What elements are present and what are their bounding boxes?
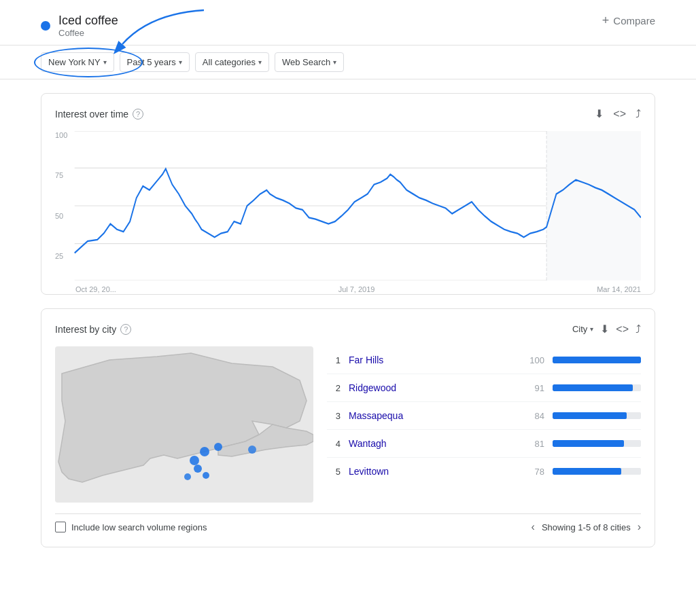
x-label-start: Oct 29, 20... xyxy=(75,285,116,293)
share-icon[interactable]: ⤴ xyxy=(636,108,641,120)
chevron-down-icon: ▾ xyxy=(103,58,107,66)
x-label-mid: Jul 7, 2019 xyxy=(338,285,375,293)
category-label: All categories xyxy=(203,57,256,67)
time-filter[interactable]: Past 5 years ▾ xyxy=(120,52,190,72)
city-bar xyxy=(553,384,633,391)
x-label-end: Mar 14, 2021 xyxy=(597,285,641,293)
city-bar xyxy=(553,468,621,475)
city-list: 1 Far Hills 100 2 Ridgewood 91 xyxy=(327,346,641,503)
city-name: Ridgewood xyxy=(349,382,517,393)
term-name: Iced coffee xyxy=(58,14,118,28)
svg-marker-8 xyxy=(58,353,307,482)
ny-map xyxy=(55,346,313,503)
embed-icon[interactable]: <> xyxy=(613,108,626,120)
compare-button[interactable]: + Compare xyxy=(602,14,655,28)
search-type-label: Web Search xyxy=(282,57,330,67)
compare-label: Compare xyxy=(613,15,655,26)
city-download-icon[interactable]: ⬇ xyxy=(600,323,609,336)
page-wrapper: Iced coffee Coffee + Compare New York NY… xyxy=(0,0,696,547)
city-dropdown[interactable]: City ▾ xyxy=(572,324,593,334)
interest-by-city-card: Interest by city ? City ▾ ⬇ <> ⤴ xyxy=(41,308,655,547)
chart-x-labels: Oct 29, 20... Jul 7, 2019 Mar 14, 2021 xyxy=(55,283,641,293)
city-dropdown-label: City xyxy=(572,324,587,334)
city-bar-container xyxy=(553,384,641,391)
city-score: 81 xyxy=(525,439,544,449)
city-title-group: Interest by city ? xyxy=(55,324,131,335)
city-rank: 4 xyxy=(327,439,341,449)
svg-point-15 xyxy=(184,473,191,480)
city-bar-container xyxy=(553,440,641,447)
city-rank: 5 xyxy=(327,467,341,477)
time-label: Past 5 years xyxy=(127,57,176,67)
next-page-arrow[interactable]: › xyxy=(638,521,641,533)
low-volume-label: Include low search volume regions xyxy=(71,522,207,532)
svg-point-13 xyxy=(194,465,202,473)
chart-y-labels: 100 75 50 25 xyxy=(55,131,67,280)
city-bar-container xyxy=(553,468,641,475)
svg-point-16 xyxy=(248,446,256,454)
city-rank: 3 xyxy=(327,411,341,421)
city-row: 4 Wantagh 81 xyxy=(327,430,641,458)
city-bar xyxy=(553,440,624,447)
y-label-100: 100 xyxy=(55,131,67,139)
city-name: Levittown xyxy=(349,466,517,477)
main-content: Interest over time ? ⬇ <> ⤴ 100 75 50 25 xyxy=(0,93,696,547)
term-info: Iced coffee Coffee xyxy=(58,14,118,38)
card-title-group: Interest over time ? xyxy=(55,109,143,120)
term-category: Coffee xyxy=(58,28,118,38)
low-volume-check: Include low search volume regions xyxy=(55,522,207,532)
city-score: 100 xyxy=(525,355,544,365)
filters-bar: New York NY ▾ Past 5 years ▾ All categor… xyxy=(0,46,696,79)
city-bar xyxy=(553,412,627,419)
card-actions: ⬇ <> ⤴ xyxy=(595,107,641,120)
plus-icon: + xyxy=(602,14,610,28)
city-name: Wantagh xyxy=(349,438,517,449)
prev-page-arrow[interactable]: ‹ xyxy=(532,521,535,533)
search-type-filter[interactable]: Web Search ▾ xyxy=(275,52,344,72)
city-name: Far Hills xyxy=(349,355,517,365)
city-score: 78 xyxy=(525,467,544,477)
help-icon[interactable]: ? xyxy=(133,109,143,120)
city-row: 3 Massapequa 84 xyxy=(327,402,641,430)
city-bar-container xyxy=(553,412,641,419)
city-score: 91 xyxy=(525,383,544,393)
city-card-header: Interest by city ? City ▾ ⬇ <> ⤴ xyxy=(55,323,641,336)
svg-point-12 xyxy=(190,456,199,465)
pagination: ‹ Showing 1-5 of 8 cities › xyxy=(532,521,641,533)
chevron-down-icon: ▾ xyxy=(258,58,262,66)
term-color-dot xyxy=(41,21,50,31)
chart-container: 100 75 50 25 xyxy=(55,131,641,280)
top-section: Iced coffee Coffee + Compare xyxy=(0,0,696,46)
city-bar-container xyxy=(553,357,641,363)
city-help-icon[interactable]: ? xyxy=(120,324,131,335)
city-row: 2 Ridgewood 91 xyxy=(327,374,641,402)
city-card-footer: Include low search volume regions ‹ Show… xyxy=(55,513,641,533)
category-filter[interactable]: All categories ▾ xyxy=(195,52,269,72)
city-embed-icon[interactable]: <> xyxy=(616,323,629,336)
city-bar xyxy=(553,357,641,363)
card-header: Interest over time ? ⬇ <> ⤴ xyxy=(55,107,641,120)
chevron-down-icon: ▾ xyxy=(179,58,182,66)
svg-point-11 xyxy=(214,443,222,451)
y-label-25: 25 xyxy=(55,252,67,260)
y-label-75: 75 xyxy=(55,171,67,179)
interest-over-time-card: Interest over time ? ⬇ <> ⤴ 100 75 50 25 xyxy=(41,93,655,295)
city-card-actions: City ▾ ⬇ <> ⤴ xyxy=(572,323,641,336)
city-rank: 2 xyxy=(327,383,341,393)
location-filter[interactable]: New York NY ▾ xyxy=(41,52,114,72)
map-svg xyxy=(55,346,313,503)
city-row: 5 Levittown 78 xyxy=(327,458,641,485)
interest-over-time-title: Interest over time xyxy=(55,109,128,120)
chevron-down-icon: ▾ xyxy=(590,325,593,333)
chevron-down-icon: ▾ xyxy=(333,58,336,66)
city-name: Massapequa xyxy=(349,410,517,421)
download-icon[interactable]: ⬇ xyxy=(595,107,604,120)
svg-point-14 xyxy=(203,472,209,479)
pagination-label: Showing 1-5 of 8 cities xyxy=(542,522,631,532)
line-chart-svg xyxy=(55,131,641,280)
y-label-50: 50 xyxy=(55,212,67,220)
city-row: 1 Far Hills 100 xyxy=(327,346,641,374)
city-share-icon[interactable]: ⤴ xyxy=(636,323,641,336)
low-volume-checkbox[interactable] xyxy=(55,522,66,532)
search-term-block: Iced coffee Coffee xyxy=(41,14,118,38)
